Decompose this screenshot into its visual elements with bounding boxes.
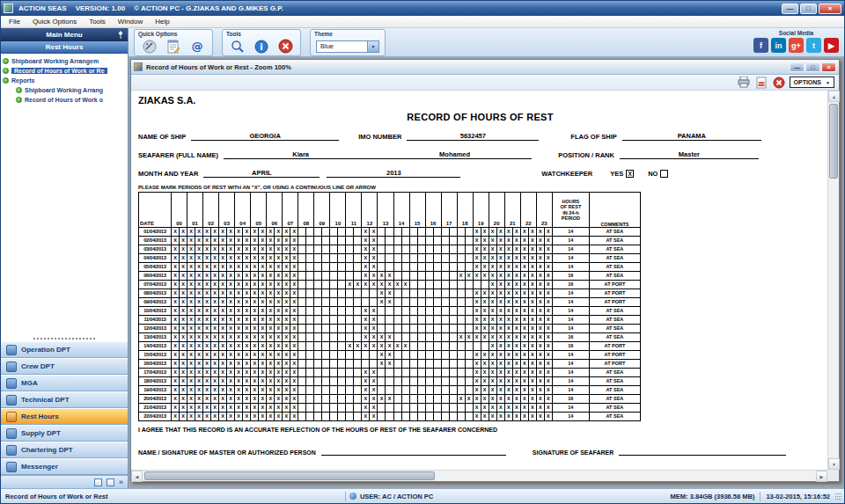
rest-mark-cell [449,228,457,237]
rest-mark-cell [433,298,441,307]
horizontal-scroll-thumb[interactable] [144,471,435,480]
maximize-button[interactable]: □ [800,4,817,14]
rest-mark-cell: X [504,369,512,377]
dept-button-crew-dpt[interactable]: Crew DPT [1,358,128,375]
dept-button-messenger[interactable]: Messenger [1,458,128,475]
menu-item-window[interactable]: Window [112,16,149,27]
rest-mark-cell [346,272,354,281]
scroll-down-icon[interactable]: ▼ [828,458,840,470]
tree-item-shipboard-working-arrangem[interactable]: Shipboard Working Arrangem [3,56,126,66]
rest-mark-cell: X [362,333,370,342]
dept-button-label: Operation DPT [21,346,70,354]
rest-mark-cell [417,325,425,333]
rest-mark-cell: X [219,237,227,245]
tree-item-reports[interactable]: Reports [3,76,126,85]
rest-mark-cell [449,254,457,263]
vertical-scroll-thumb[interactable] [829,104,838,179]
panel-layout-icon[interactable] [94,478,102,486]
zoom-icon[interactable] [228,39,247,55]
googleplus-icon[interactable]: g+ [789,38,804,53]
rest-mark-cell: X [251,395,259,404]
watchkeeper-yes-checkbox[interactable]: X [626,170,634,178]
rest-hours-section-header[interactable]: Rest Hours [1,41,128,54]
dept-button-chartering-dpt[interactable]: Chartering DPT [1,442,128,458]
rest-mark-cell [417,228,425,237]
tree-item-record-of-hours-of-work-or-re[interactable]: Record of Hours of Work or Re [3,66,126,76]
export-icon[interactable]: PDF [754,77,768,89]
dept-button-mga[interactable]: MGA [1,375,128,391]
twitter-icon[interactable]: t [806,38,821,53]
menu-item-quick-options[interactable]: Quick Options [26,16,83,27]
theme-select[interactable]: Blue ▼ [316,40,379,53]
menu-item-help[interactable]: Help [149,16,175,27]
report-maximize-button[interactable]: □ [805,62,820,72]
rest-mark-cell: X [235,395,243,404]
rest-mark-cell [298,228,306,237]
close-button[interactable]: × [819,4,841,14]
rest-mark-cell [425,254,433,263]
pin-icon[interactable] [117,31,124,40]
info-icon[interactable]: i [252,39,271,55]
dept-button-rest-hours[interactable]: Rest Hours [1,408,128,425]
sidebar-gripper[interactable] [33,332,95,340]
rest-mark-cell [449,404,457,413]
hour-column-header: 20 [489,193,504,228]
dept-button-operation-dpt[interactable]: Operation DPT [1,341,128,358]
close-report-icon[interactable] [772,77,786,89]
report-minimize-button[interactable]: — [790,62,805,72]
settings-icon[interactable] [140,39,159,55]
email-icon[interactable]: @ [187,39,207,55]
scroll-left-icon[interactable]: ◀ [131,471,143,482]
rest-mark-cell: X [203,298,211,307]
menu-item-file[interactable]: File [3,16,26,27]
rest-mark-cell: X [544,316,552,325]
menu-item-tools[interactable]: Tools [83,16,112,27]
comment-cell: AT SEA [589,386,640,395]
rest-mark-cell: X [235,369,243,377]
rest-mark-cell [409,351,417,360]
report-window-titlebar[interactable]: Record of Hours of Work or Rest - Zoom 1… [131,60,839,75]
rest-mark-cell [441,404,449,413]
horizontal-scrollbar[interactable]: ◀ ▶ [131,470,827,481]
scroll-right-icon[interactable]: ▶ [816,471,827,482]
rest-mark-cell [409,272,417,281]
rest-mark-cell [298,342,306,351]
options-dropdown[interactable]: OPTIONS ▼ [790,77,834,88]
rest-mark-cell [378,325,386,333]
print-icon[interactable] [737,77,751,89]
rest-mark-cell: X [267,386,275,395]
dept-button-supply-dpt[interactable]: Supply DPT [1,425,128,442]
youtube-icon[interactable]: ▶ [824,38,839,53]
linkedin-icon[interactable]: in [771,38,786,53]
rest-mark-cell [401,272,409,281]
tree-item-shipboard-working-arrang[interactable]: Shipboard Working Arrang [3,85,126,95]
rest-mark-cell: X [195,289,203,298]
rest-mark-cell: X [520,351,528,360]
watchkeeper-no-checkbox[interactable] [660,170,668,178]
rest-mark-cell: X [267,395,275,404]
main-menu-header[interactable]: Main Menu [1,28,128,41]
chevron-more-icon[interactable]: » [119,478,123,486]
rest-mark-cell: X [481,351,489,360]
rest-mark-cell [346,395,354,404]
vertical-scrollbar[interactable]: ▲ ▼ [827,91,839,470]
position-rank-label: POSITION / RANK [558,151,614,159]
report-window-title: Record of Hours of Work or Rest - Zoom 1… [146,63,291,71]
report-close-button[interactable]: × [821,62,836,72]
rest-mark-cell: X [504,342,512,351]
rest-mark-cell: X [378,272,386,281]
exit-icon[interactable] [276,39,295,55]
notes-icon[interactable] [164,39,183,55]
dept-button-technical-dpt[interactable]: Technical DPT [1,391,128,408]
facebook-icon[interactable]: f [753,38,768,53]
rest-mark-cell: X [473,351,481,360]
hour-column-header: 12 [362,193,378,228]
resize-grip[interactable] [835,493,841,500]
rest-mark-cell: X [251,351,259,360]
panel-list-icon[interactable] [107,478,114,486]
minimize-button[interactable]: — [782,4,798,14]
rest-mark-cell [393,386,401,395]
tree-item-record-of-hours-of-work-o[interactable]: Record of Hours of Work o [3,95,126,105]
scroll-up-icon[interactable]: ▲ [828,91,840,102]
rest-mark-cell [425,263,433,272]
